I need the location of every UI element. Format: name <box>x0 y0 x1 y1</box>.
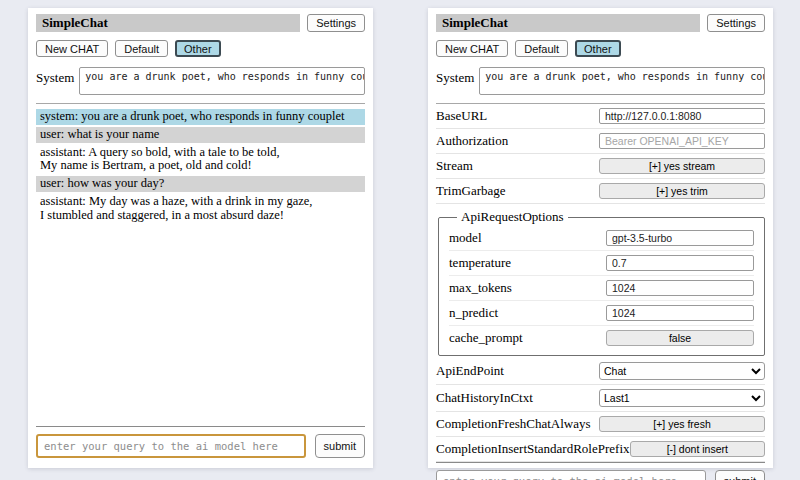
chat-history-select[interactable]: Last1 <box>599 389 765 407</box>
query-input[interactable] <box>436 470 706 480</box>
new-chat-button[interactable]: New CHAT <box>436 40 508 57</box>
setting-row-baseurl: BaseURL <box>436 104 765 129</box>
trimgarbage-toggle-button[interactable]: [+] yes trim <box>599 183 765 199</box>
chat-message-assistant: assistant: My day was a haze, with a dri… <box>36 194 365 224</box>
header: SimpleChat Settings <box>436 14 765 32</box>
api-request-options-legend: ApiRequestOptions <box>457 209 568 225</box>
api-request-options-fieldset: ApiRequestOptions model temperature max_… <box>438 209 765 356</box>
session-tab-other[interactable]: Other <box>175 40 221 57</box>
session-toolbar: New CHAT Default Other <box>36 40 365 57</box>
authorization-input[interactable] <box>599 133 765 149</box>
n-predict-label: n_predict <box>449 305 498 321</box>
system-prompt-input[interactable]: you are a drunk poet, who responds in fu… <box>479 67 765 95</box>
cache-prompt-label: cache_prompt <box>449 330 523 346</box>
chat-message-assistant: assistant: A query so bold, with a tale … <box>36 145 365 175</box>
setting-row-api-endpoint: ApiEndPoint Chat <box>436 358 765 385</box>
trimgarbage-label: TrimGarbage <box>436 183 506 199</box>
chat-message-user: user: what is your name <box>36 127 365 143</box>
spacer <box>36 225 365 426</box>
setting-row-n-predict: n_predict <box>449 301 754 326</box>
chat-message-list: system: you are a drunk poet, who respon… <box>36 109 365 225</box>
api-endpoint-label: ApiEndPoint <box>436 363 504 379</box>
chat-history-label: ChatHistoryInCtxt <box>436 390 533 406</box>
max-tokens-input[interactable] <box>606 280 754 296</box>
baseurl-label: BaseURL <box>436 108 487 124</box>
query-divider <box>436 462 765 463</box>
session-tab-other[interactable]: Other <box>575 40 621 57</box>
submit-button[interactable]: submit <box>715 470 765 480</box>
setting-row-cache-prompt: cache_prompt false <box>449 326 754 350</box>
session-tab-default[interactable]: Default <box>115 40 168 57</box>
chat-message-user: user: how was your day? <box>36 176 365 192</box>
system-prompt-row: System you are a drunk poet, who respond… <box>36 67 365 95</box>
max-tokens-label: max_tokens <box>449 280 512 296</box>
query-divider <box>36 426 365 427</box>
stream-label: Stream <box>436 158 473 174</box>
baseurl-input[interactable] <box>599 108 765 124</box>
setting-row-authorization: Authorization <box>436 129 765 154</box>
authorization-label: Authorization <box>436 133 508 149</box>
settings-panel: SimpleChat Settings New CHAT Default Oth… <box>428 8 773 468</box>
setting-row-chat-history: ChatHistoryInCtxt Last1 <box>436 385 765 412</box>
setting-row-completion-fresh: CompletionFreshChatAlways [+] yes fresh <box>436 412 765 437</box>
temperature-label: temperature <box>449 255 511 271</box>
api-endpoint-select[interactable]: Chat <box>599 362 765 380</box>
settings-button[interactable]: Settings <box>707 14 765 32</box>
completion-insert-label: CompletionInsertStandardRolePrefix <box>436 441 630 457</box>
setting-row-stream: Stream [+] yes stream <box>436 154 765 179</box>
temperature-input[interactable] <box>606 255 754 271</box>
chat-panel: SimpleChat Settings New CHAT Default Oth… <box>28 8 373 468</box>
setting-row-trimgarbage: TrimGarbage [+] yes trim <box>436 179 765 204</box>
system-label: System <box>36 67 74 86</box>
new-chat-button[interactable]: New CHAT <box>36 40 108 57</box>
setting-row-model: model <box>449 226 754 251</box>
session-toolbar: New CHAT Default Other <box>436 40 765 57</box>
completion-fresh-label: CompletionFreshChatAlways <box>436 416 591 432</box>
query-input[interactable] <box>36 434 306 458</box>
app-title: SimpleChat <box>436 14 700 32</box>
n-predict-input[interactable] <box>606 305 754 321</box>
cache-prompt-toggle-button[interactable]: false <box>606 330 754 346</box>
system-prompt-input[interactable]: you are a drunk poet, who responds in fu… <box>79 67 365 95</box>
setting-row-max-tokens: max_tokens <box>449 276 754 301</box>
header: SimpleChat Settings <box>36 14 365 32</box>
settings-list: BaseURL Authorization Stream [+] yes str… <box>436 104 765 462</box>
submit-button[interactable]: submit <box>315 434 365 458</box>
chat-message-system: system: you are a drunk poet, who respon… <box>36 109 365 125</box>
system-label: System <box>436 67 474 86</box>
system-prompt-row: System you are a drunk poet, who respond… <box>436 67 765 95</box>
setting-row-temperature: temperature <box>449 251 754 276</box>
query-row: submit <box>436 470 765 480</box>
settings-button[interactable]: Settings <box>307 14 365 32</box>
model-label: model <box>449 230 482 246</box>
stream-toggle-button[interactable]: [+] yes stream <box>599 158 765 174</box>
setting-row-completion-insert: CompletionInsertStandardRolePrefix [-] d… <box>436 437 765 462</box>
system-divider <box>36 103 365 104</box>
session-tab-default[interactable]: Default <box>515 40 568 57</box>
completion-insert-toggle-button[interactable]: [-] dont insert <box>630 441 765 457</box>
app-title: SimpleChat <box>36 14 300 32</box>
model-input[interactable] <box>606 230 754 246</box>
completion-fresh-toggle-button[interactable]: [+] yes fresh <box>599 416 765 432</box>
query-row: submit <box>36 434 365 458</box>
